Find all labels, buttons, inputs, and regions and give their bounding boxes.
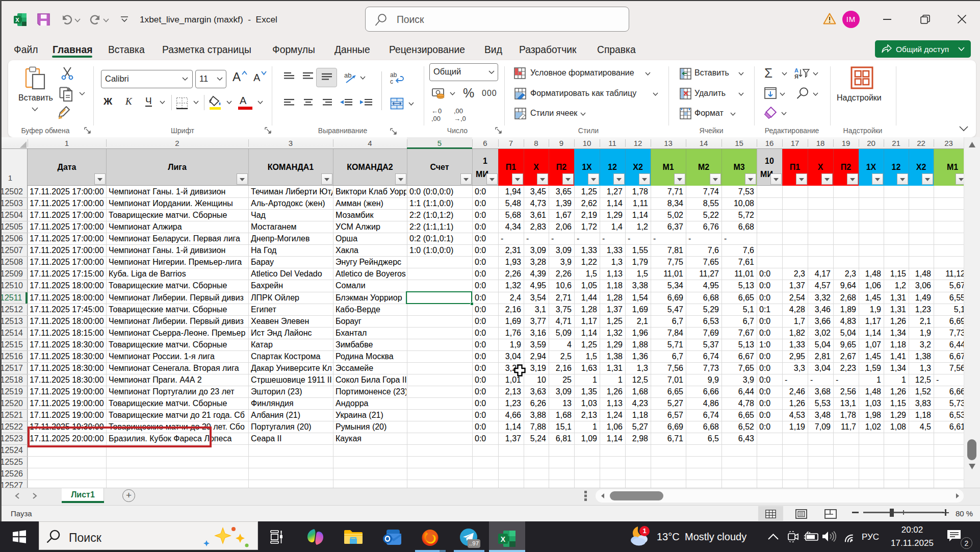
svg-text:c: c xyxy=(390,78,393,85)
svg-text:А: А xyxy=(794,67,798,73)
svg-text:X: X xyxy=(15,17,19,23)
svg-text:ab: ab xyxy=(390,71,397,79)
svg-text:Я: Я xyxy=(794,73,798,80)
svg-text:X: X xyxy=(501,535,506,543)
svg-text:ab: ab xyxy=(344,71,351,79)
